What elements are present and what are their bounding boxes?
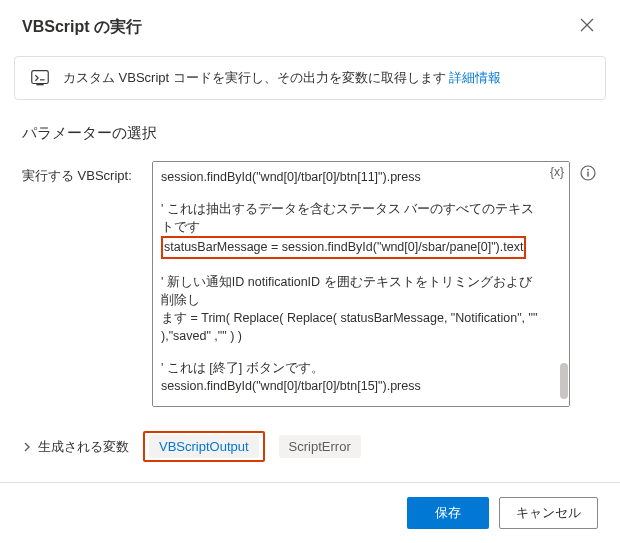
field-info-button[interactable] <box>580 165 598 184</box>
svg-point-3 <box>587 169 589 171</box>
generated-variables-expander[interactable]: 生成される変数 <box>22 438 129 456</box>
svg-rect-4 <box>587 172 588 177</box>
info-banner: カスタム VBScript コードを実行し、その出力を変数に取得します 詳細情報 <box>14 56 606 100</box>
code-comment: ' これは抽出するデータを含むステータス バーのすべてのテキストです <box>161 200 541 236</box>
code-line: statusBarMessage = session.findById("wnd… <box>161 236 541 258</box>
learn-more-link[interactable]: 詳細情報 <box>449 70 501 85</box>
output-variable-vbscriptoutput[interactable]: VBScriptOutput <box>149 435 259 458</box>
close-button[interactable] <box>576 14 598 40</box>
output-variable-scripterror[interactable]: ScriptError <box>279 435 361 458</box>
vbscript-action-icon <box>29 67 51 89</box>
chevron-right-icon <box>22 442 32 452</box>
code-comment: ' 新しい通知ID notificationID を囲むテキストをトリミングおよ… <box>161 273 541 309</box>
parameters-heading: パラメーターの選択 <box>22 124 598 143</box>
vbscript-code-editor[interactable]: session.findById("wnd[0]/tbar[0]/btn[11]… <box>152 161 570 407</box>
code-comment: ます = Trim( Replace( Replace( statusBarMe… <box>161 309 541 345</box>
vbscript-label: 実行する VBScript: <box>22 161 142 185</box>
save-button[interactable]: 保存 <box>407 497 489 529</box>
close-icon <box>580 18 594 32</box>
highlighted-code: statusBarMessage = session.findById("wnd… <box>161 236 526 258</box>
scrollbar-track[interactable] <box>560 163 568 405</box>
generated-variables-label: 生成される変数 <box>38 438 129 456</box>
banner-text: カスタム VBScript コードを実行し、その出力を変数に取得します <box>63 70 449 85</box>
svg-rect-0 <box>32 71 49 84</box>
highlighted-output-chip: VBScriptOutput <box>143 431 265 462</box>
code-line: session.findById("wnd[0]/tbar[0]/btn[15]… <box>161 377 541 395</box>
code-comment: ' これは [終了] ボタンです。 <box>161 359 541 377</box>
code-line: session.findById("wnd[0]/tbar[0]/btn[11]… <box>161 168 541 186</box>
cancel-button[interactable]: キャンセル <box>499 497 598 529</box>
dialog-title: VBScript の実行 <box>22 17 142 38</box>
svg-rect-1 <box>36 84 43 86</box>
scrollbar-thumb[interactable] <box>560 363 568 399</box>
